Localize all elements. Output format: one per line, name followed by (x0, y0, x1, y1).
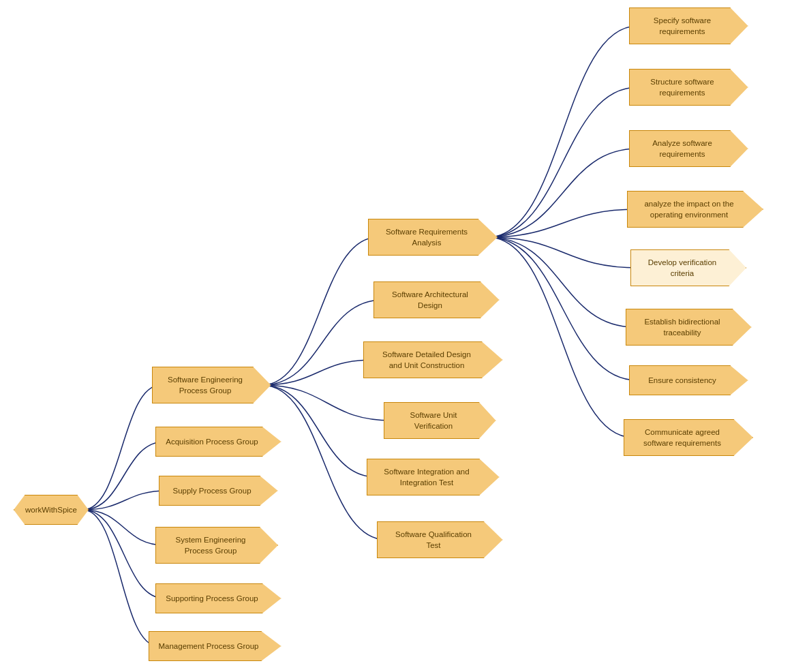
mindmap-diagram: workWithSpiceSoftware Engineering Proces… (0, 0, 809, 672)
node-supportingPG[interactable]: Supporting Process Group (155, 583, 281, 613)
node-establishBidirectional[interactable]: Establish bidirectional traceability (626, 309, 752, 346)
node-softwareQualTest[interactable]: Software Qualification Test (377, 521, 503, 558)
node-softwareReqAnalysis[interactable]: Software Requirements Analysis (368, 219, 498, 256)
node-communicateAgreed[interactable]: Communicate agreed software requirements (624, 419, 753, 456)
node-analyzeSoftwareReq[interactable]: Analyze software requirements (629, 130, 748, 167)
node-structureSoftwareReq[interactable]: Structure software requirements (629, 69, 748, 106)
node-managementPG[interactable]: Management Process Group (149, 631, 281, 661)
node-acquisitionPG[interactable]: Acquisition Process Group (155, 427, 281, 457)
node-developVerification[interactable]: Develop verification criteria (630, 249, 746, 286)
node-specifySoftwareReq[interactable]: Specify software requirements (629, 7, 748, 44)
node-softwareIntegration[interactable]: Software Integration and Integration Tes… (367, 459, 500, 495)
node-systemEngineeringPG[interactable]: System Engineering Process Group (155, 527, 278, 564)
node-softwareArchDesign[interactable]: Software Architectural Design (373, 281, 500, 318)
node-softwareEngineeringPG[interactable]: Software Engineering Process Group (152, 367, 271, 403)
node-root[interactable]: workWithSpice (14, 495, 89, 525)
node-softwareUnitVerification[interactable]: Software Unit Verification (384, 402, 496, 439)
node-ensureConsistency[interactable]: Ensure consistency (629, 365, 748, 395)
node-analyzeImpact[interactable]: analyze the impact on the operating envi… (627, 191, 763, 228)
node-supplyPG[interactable]: Supply Process Group (159, 476, 278, 506)
node-softwareDetailedDesign[interactable]: Software Detailed Design and Unit Constr… (363, 341, 503, 378)
